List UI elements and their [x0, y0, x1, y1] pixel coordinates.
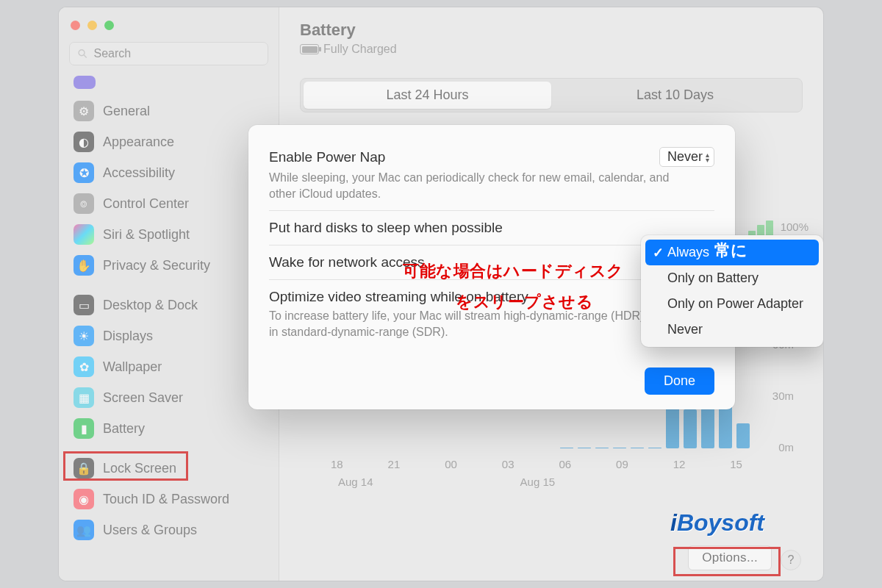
- sidebar-item-label: Appearance: [103, 135, 174, 150]
- sidebar-item-label: Privacy & Security: [103, 258, 210, 273]
- wallpaper-icon: ✿: [74, 356, 94, 377]
- page-subtitle: Fully Charged: [300, 43, 803, 56]
- axis-label: Aug 14: [338, 476, 373, 488]
- sidebar-item-desktop-dock[interactable]: ▭Desktop & Dock: [69, 290, 268, 320]
- power-nap-popup[interactable]: Never ▴▾: [659, 147, 714, 167]
- option-title: Enable Power Nap: [269, 149, 385, 165]
- option-power-nap: Enable Power Nap Never ▴▾ While sleeping…: [269, 144, 714, 210]
- brightness-icon: ☀︎: [74, 326, 94, 346]
- sidebar-item-appearance[interactable]: ◐Appearance: [69, 127, 268, 157]
- accessibility-icon: ✪: [74, 162, 94, 183]
- sidebar-item-label: Siri & Spotlight: [103, 227, 190, 243]
- chevron-updown-icon: ▴▾: [706, 152, 709, 162]
- sidebar-item-lock-screen[interactable]: 🔒Lock Screen: [69, 453, 268, 483]
- option-desc: To increase battery life, your Mac will …: [269, 308, 681, 340]
- search-field[interactable]: [69, 42, 268, 65]
- sidebar-item-battery[interactable]: ▮Battery: [69, 414, 268, 443]
- dock-icon: ▭: [74, 295, 94, 315]
- siri-icon: [74, 224, 94, 245]
- sidebar-item-privacy[interactable]: ✋Privacy & Security: [69, 251, 268, 280]
- sidebar-item-appleid[interactable]: [74, 76, 96, 89]
- search-icon: [77, 48, 88, 60]
- sidebar-item-wallpaper[interactable]: ✿Wallpaper: [69, 352, 268, 381]
- dropdown-item-never[interactable]: Never: [645, 317, 819, 343]
- battery-status-icon: [300, 44, 319, 54]
- sidebar-item-control-center[interactable]: ⌾Control Center: [69, 189, 268, 218]
- users-icon: 👥: [74, 520, 94, 540]
- appearance-icon: ◐: [74, 132, 94, 152]
- sidebar-item-screen-saver[interactable]: ▦Screen Saver: [69, 383, 268, 412]
- help-button[interactable]: ?: [781, 550, 801, 570]
- option-title: Wake for network access: [269, 254, 425, 270]
- hand-icon: ✋: [74, 255, 94, 276]
- sidebar-item-users[interactable]: 👥Users & Groups: [69, 515, 268, 545]
- search-input[interactable]: [94, 47, 260, 60]
- sidebar-item-displays[interactable]: ☀︎Displays: [69, 321, 268, 351]
- sidebar-item-label: Wallpaper: [103, 359, 162, 375]
- battery-icon: ▮: [74, 418, 94, 439]
- control-center-icon: ⌾: [74, 193, 94, 214]
- fingerprint-icon: ◉: [74, 489, 94, 509]
- done-button[interactable]: Done: [645, 368, 714, 395]
- option-title: Optimize video streaming while on batter…: [269, 289, 528, 305]
- dropdown-item-always[interactable]: Always: [645, 240, 819, 265]
- option-title: Put hard disks to sleep when possible: [269, 220, 503, 236]
- svg-point-0: [79, 50, 85, 56]
- sidebar-item-label: Screen Saver: [103, 390, 183, 406]
- minimize-icon[interactable]: [87, 21, 97, 30]
- hard-disk-sleep-dropdown: Always Only on Battery Only on Power Ada…: [641, 235, 823, 347]
- sidebar-item-label: Lock Screen: [103, 461, 176, 476]
- sidebar: ⚙︎General ◐Appearance ✪Accessibility ⌾Co…: [59, 7, 279, 581]
- svg-line-1: [84, 55, 87, 58]
- axis-label: Aug 15: [520, 476, 556, 488]
- axis-label: 30m: [772, 390, 794, 402]
- sidebar-item-siri[interactable]: Siri & Spotlight: [69, 220, 268, 249]
- lock-icon: 🔒: [74, 458, 94, 478]
- time-range-segmented: Last 24 Hours Last 10 Days: [300, 78, 803, 112]
- dropdown-item-only-adapter[interactable]: Only on Power Adapter: [645, 291, 819, 317]
- axis-label: 12: [673, 458, 686, 470]
- sidebar-item-accessibility[interactable]: ✪Accessibility: [69, 158, 268, 187]
- axis-label: 100%: [781, 220, 808, 233]
- sidebar-item-general[interactable]: ⚙︎General: [69, 96, 268, 126]
- settings-window: ⚙︎General ◐Appearance ✪Accessibility ⌾Co…: [59, 7, 823, 581]
- options-button[interactable]: Options...: [688, 545, 772, 570]
- sidebar-item-label: Touch ID & Password: [103, 492, 229, 507]
- sidebar-item-label: Control Center: [103, 196, 189, 212]
- axis-label: 0m: [778, 441, 794, 453]
- page-title: Battery: [300, 21, 803, 40]
- axis-label: 21: [388, 458, 401, 470]
- zoom-icon[interactable]: [104, 21, 114, 30]
- screensaver-icon: ▦: [74, 387, 94, 408]
- sidebar-item-label: General: [103, 104, 150, 119]
- option-desc: While sleeping, your Mac can periodicall…: [269, 170, 681, 201]
- gear-icon: ⚙︎: [74, 101, 94, 121]
- sidebar-item-label: Accessibility: [103, 165, 175, 181]
- axis-label: 15: [730, 458, 742, 470]
- window-controls: [69, 18, 268, 42]
- sidebar-item-touch-id[interactable]: ◉Touch ID & Password: [69, 484, 268, 514]
- tab-last-10-days[interactable]: Last 10 Days: [551, 82, 799, 109]
- axis-label: 03: [502, 458, 514, 470]
- sidebar-item-label: Desktop & Dock: [103, 298, 198, 313]
- sidebar-item-label: Displays: [103, 329, 153, 344]
- tab-last-24-hours[interactable]: Last 24 Hours: [304, 82, 551, 109]
- axis-label: 00: [445, 458, 457, 470]
- axis-label: 09: [616, 458, 628, 470]
- axis-label: 18: [331, 458, 343, 470]
- sidebar-item-label: Users & Groups: [103, 523, 197, 538]
- sidebar-item-label: Battery: [103, 421, 145, 437]
- axis-label: 06: [559, 458, 571, 470]
- dropdown-item-only-battery[interactable]: Only on Battery: [645, 265, 819, 291]
- close-icon[interactable]: [71, 21, 80, 30]
